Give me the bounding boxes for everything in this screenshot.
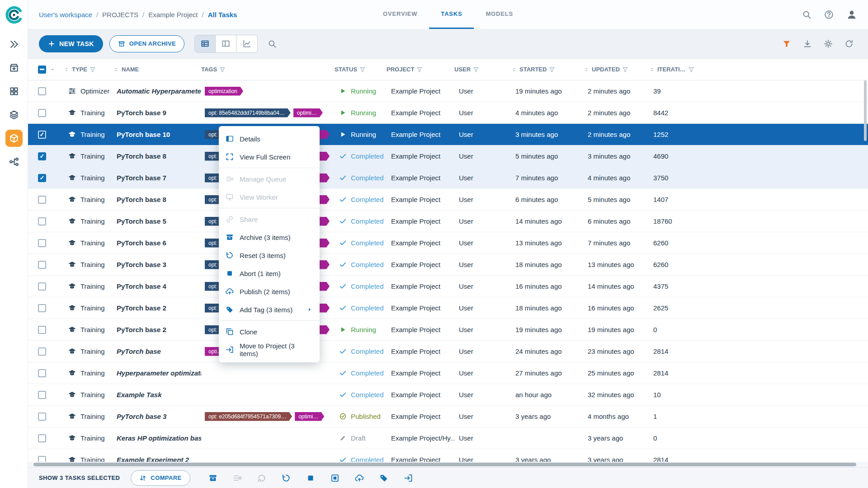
task-name[interactable]: PyTorch base 7 (113, 174, 201, 182)
task-name[interactable]: Keras HP optimization base (113, 434, 201, 442)
column-header-updated[interactable]: UPDATED (583, 66, 649, 73)
card-view-button[interactable] (216, 35, 236, 52)
table-row[interactable]: Training Example Experiment 2 Completed … (28, 449, 868, 462)
table-row[interactable]: Training PyTorch base 3 opt: …optimi… Co… (28, 254, 868, 276)
vertical-scrollbar-thumb[interactable] (864, 80, 867, 141)
select-all-box[interactable] (38, 66, 46, 74)
row-checkbox[interactable] (38, 326, 46, 334)
table-row[interactable]: Training PyTorch base 2 opt: …optimi… Co… (28, 297, 868, 319)
menu-item-view-worker[interactable]: View Worker (219, 188, 320, 206)
search-icon[interactable] (802, 10, 811, 19)
row-checkbox[interactable] (38, 369, 46, 377)
row-checkbox[interactable] (38, 391, 46, 399)
column-header-type[interactable]: TYPE (63, 66, 113, 73)
task-name[interactable]: PyTorch base 3 (113, 261, 201, 268)
help-icon[interactable] (824, 10, 834, 19)
auto-refresh-button[interactable] (841, 36, 857, 52)
task-name[interactable]: PyTorch base 10 (113, 131, 201, 138)
task-name[interactable]: PyTorch base 4 (113, 282, 201, 290)
menu-item-clone[interactable]: Clone (219, 323, 320, 341)
row-checkbox[interactable] (38, 347, 46, 356)
row-checkbox[interactable] (38, 152, 46, 160)
horizontal-scrollbar[interactable] (28, 462, 868, 467)
menu-item-archive-3-items[interactable]: Archive (3 items) (219, 228, 320, 246)
sidebar-item-experiments[interactable] (3, 127, 25, 150)
menu-item-view-full-screen[interactable]: View Full Screen (219, 148, 320, 166)
breadcrumb-item-all-tasks[interactable]: All Tasks (208, 11, 237, 19)
column-header-user[interactable]: USER (454, 66, 511, 73)
row-checkbox[interactable] (38, 261, 46, 269)
menu-item-details[interactable]: Details (219, 130, 320, 148)
horizontal-scrollbar-thumb[interactable] (33, 463, 856, 466)
breadcrumb-item-user-s-workspace[interactable]: User's workspace (39, 11, 92, 19)
table-row[interactable]: Training PyTorch base 5 opt: …optimi… Co… (28, 211, 868, 232)
task-name[interactable]: Example Experiment 2 (113, 456, 201, 462)
select-all-checkbox[interactable] (28, 66, 63, 74)
tab-tasks[interactable]: TASKS (429, 0, 474, 29)
clearml-logo[interactable] (5, 5, 24, 24)
task-name[interactable]: Hyperparameter optimizati… (113, 369, 201, 377)
menu-item-share[interactable]: Share (219, 210, 320, 228)
row-checkbox[interactable] (38, 434, 46, 442)
footer-archive-button[interactable] (208, 474, 217, 483)
task-name[interactable]: PyTorch base 8 (113, 196, 201, 203)
table-row[interactable]: Training PyTorch base 6 opt: …optimi… Co… (28, 232, 868, 254)
sidebar-item-datasets[interactable] (3, 103, 25, 127)
column-header-status[interactable]: STATUS (335, 66, 387, 73)
table-row[interactable]: Optimizer Automatic Hyperparamete… optim… (28, 80, 868, 102)
user-avatar-icon[interactable] (846, 9, 857, 20)
sidebar-item-launch[interactable] (3, 33, 25, 56)
open-archive-button[interactable]: OPEN ARCHIVE (109, 35, 184, 52)
menu-item-abort-1-item[interactable]: Abort (1 item) (219, 264, 320, 282)
download-button[interactable] (799, 36, 816, 52)
table-row[interactable]: Training PyTorch base 10 opt: …optimi… R… (28, 124, 868, 145)
table-view-button[interactable] (195, 35, 216, 52)
compare-button[interactable]: COMPARE (131, 470, 190, 486)
column-header-project[interactable]: PROJECT (387, 66, 454, 73)
task-name[interactable]: PyTorch base 6 (113, 239, 201, 247)
table-row[interactable]: Training Keras HP optimization base Draf… (28, 427, 868, 449)
menu-item-manage-queue[interactable]: Manage Queue (219, 170, 320, 188)
row-checkbox[interactable] (38, 239, 46, 247)
task-name[interactable]: PyTorch base 2 (113, 304, 201, 312)
table-row[interactable]: Training PyTorch base 9 opt: 85e5482ddd7… (28, 102, 868, 124)
filter-button[interactable] (778, 36, 795, 52)
sidebar-item-apps[interactable] (3, 80, 25, 103)
task-name[interactable]: PyTorch base (113, 347, 201, 355)
menu-item-move-to-project-3-items[interactable]: Move to Project (3 items) (219, 341, 320, 359)
menu-item-publish-2-items[interactable]: Publish (2 items) (219, 282, 320, 300)
task-name[interactable]: Example Task (113, 391, 201, 399)
footer-abort-all-children-button[interactable] (330, 474, 340, 483)
table-row[interactable]: Training PyTorch base 3 opt: e205d684f79… (28, 406, 868, 427)
row-checkbox[interactable] (38, 456, 46, 462)
menu-item-add-tag-3-items[interactable]: Add Tag (3 items) (219, 300, 320, 319)
column-header-iterati[interactable]: ITERATI… (649, 66, 868, 73)
footer-abort-button[interactable] (306, 474, 315, 483)
sidebar-item-archive-box[interactable] (3, 56, 25, 80)
footer-manage-queue-button[interactable] (233, 474, 242, 483)
task-name[interactable]: PyTorch base 9 (113, 109, 201, 117)
column-header-tags[interactable]: TAGS (201, 66, 335, 73)
table-row[interactable]: Training PyTorch base 8 opt: …optimi… Co… (28, 189, 868, 211)
footer-move-to-project-button[interactable] (404, 474, 413, 483)
table-row[interactable]: Training Example Task Completed Example … (28, 384, 868, 406)
row-checkbox[interactable] (38, 87, 46, 95)
row-checkbox[interactable] (38, 217, 46, 225)
footer-retry-button[interactable] (257, 474, 266, 483)
table-row[interactable]: Training Hyperparameter optimizati… Comp… (28, 362, 868, 384)
task-name[interactable]: PyTorch base 2 (113, 326, 201, 333)
row-checkbox[interactable] (38, 413, 46, 421)
task-name[interactable]: PyTorch base 3 (113, 413, 201, 420)
show-selected-toggle[interactable]: SHOW 3 TASKS SELECTED (39, 474, 120, 481)
task-name[interactable]: PyTorch base 8 (113, 152, 201, 160)
footer-publish-button[interactable] (355, 474, 364, 483)
table-row[interactable]: Training PyTorch base 4 opt: …optimi… Co… (28, 276, 868, 297)
task-name[interactable]: PyTorch base 5 (113, 217, 201, 225)
table-row[interactable]: Training PyTorch base 8 opt: …optimi… Co… (28, 145, 868, 167)
row-checkbox[interactable] (38, 109, 46, 117)
column-header-started[interactable]: STARTED (511, 66, 583, 73)
row-checkbox[interactable] (38, 304, 46, 312)
sidebar-item-pipelines[interactable] (3, 150, 25, 174)
footer-reset-button[interactable] (282, 474, 291, 483)
tab-models[interactable]: MODELS (474, 0, 524, 29)
